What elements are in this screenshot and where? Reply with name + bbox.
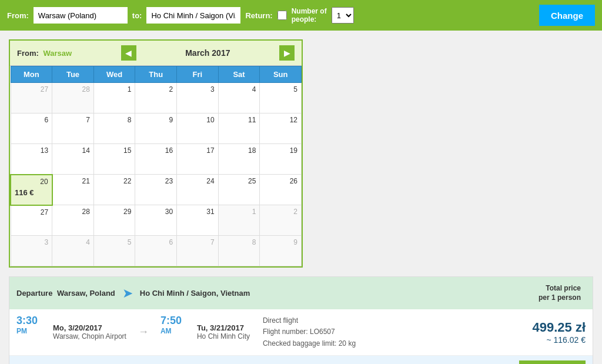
next-month-button[interactable]: ▶ [279, 45, 295, 61]
calendar-day-number: 26 [263, 177, 297, 185]
prev-month-button[interactable]: ◀ [121, 45, 136, 61]
calendar-day-number: 29 [98, 208, 132, 216]
calendar-cell[interactable]: 27 [11, 83, 52, 113]
baggage-label: Checked baggage limit: 20 kg [263, 338, 508, 349]
calendar-day-number: 15 [98, 146, 132, 155]
calendar-day-number: 7 [180, 238, 215, 246]
calendar-cell[interactable]: 4 [52, 236, 94, 266]
calendar-cell[interactable]: 3 [11, 236, 52, 266]
calendar-cell[interactable]: 21 [52, 175, 94, 205]
calendar-cell[interactable]: 25 [218, 175, 260, 205]
calendar-cell[interactable]: 6 [11, 113, 52, 144]
calendar-cell[interactable]: 8 [218, 236, 260, 266]
calendar-day-number: 9 [139, 116, 173, 124]
calendar-cell[interactable]: 16 [135, 144, 177, 175]
calendar-day-number: 5 [263, 85, 297, 93]
calendar-cell[interactable]: 15 [93, 144, 135, 175]
calendar-cell[interactable]: 5 [93, 236, 135, 266]
calendar-day-header: Sat [218, 66, 260, 83]
calendar-day-number: 23 [139, 177, 173, 185]
calendar-day-number: 28 [56, 208, 90, 216]
calendar-table: MonTueWedThuFriSatSun 272812345678910111… [10, 66, 302, 266]
total-price-label: Total price per 1 person [534, 282, 586, 305]
flight-info-block: Direct flight Flight number: LO6507 Chec… [263, 315, 508, 349]
calendar-day-number: 27 [15, 85, 49, 93]
calendar-cell[interactable]: 20116 € [11, 175, 52, 205]
calendar-day-number: 20 [15, 178, 48, 186]
price-block: 499.25 zł ~ 116.02 € [515, 315, 586, 349]
calendar-from-label: From: Warsaw [17, 49, 72, 58]
calendar-day-number: 17 [180, 146, 215, 155]
calendar-day-number: 4 [222, 85, 256, 93]
calendar-cell[interactable]: 3 [177, 83, 219, 113]
calendar-cell[interactable]: 10 [177, 113, 219, 144]
calendar-day-number: 28 [56, 85, 90, 93]
calendar-cell[interactable]: 13 [11, 144, 52, 175]
calendar-cell[interactable]: 29 [93, 205, 135, 236]
people-label: Number of people: [292, 7, 327, 24]
month-label: March 2017 [185, 48, 230, 58]
calendar-day-number: 24 [180, 177, 215, 185]
calendar-cell[interactable]: 11 [218, 113, 260, 144]
arrival-time-block: 7:50 AM [160, 315, 190, 349]
calendar-cell[interactable]: 2 [135, 83, 177, 113]
calendar-cell[interactable]: 6 [135, 236, 177, 266]
calendar-cell[interactable]: 9 [260, 236, 302, 266]
calendar-cell[interactable]: 23 [135, 175, 177, 205]
flight-header: Departure Warsaw, Poland ➤ Ho Chi Minh /… [9, 277, 593, 309]
calendar-cell[interactable]: 14 [52, 144, 94, 175]
calendar-cell[interactable]: 24 [177, 175, 219, 205]
return-checkbox[interactable] [277, 11, 287, 20]
calendar-cell[interactable]: 22 [93, 175, 135, 205]
departure-time: 3:30 [16, 315, 38, 327]
calendar-day-number: 8 [98, 116, 132, 124]
calendar-day-number: 12 [263, 116, 297, 124]
calendar-day-number: 3 [180, 85, 215, 93]
calendar-cell[interactable]: 1 [93, 83, 135, 113]
calendar-cell[interactable]: 7 [52, 113, 94, 144]
from-input[interactable] [34, 7, 128, 24]
calendar-day-number: 6 [15, 116, 49, 124]
departure-airport: Warsaw, Chopin Airport [53, 332, 126, 340]
calendar-cell[interactable]: 30 [135, 205, 177, 236]
calendar-cell[interactable]: 7 [177, 236, 219, 266]
calendar-day-number: 9 [263, 238, 297, 246]
change-button[interactable]: Change [539, 5, 595, 26]
calendar-day-header: Wed [93, 66, 135, 83]
price-pln: 499.25 zł [532, 320, 586, 335]
calendar-day-number: 1 [222, 208, 256, 216]
calendar-cell[interactable]: 27 [11, 205, 52, 236]
calendar-cell[interactable]: 31 [177, 205, 219, 236]
calendar-cell[interactable]: 12 [260, 113, 302, 144]
calendar-cell[interactable]: 4 [218, 83, 260, 113]
destination-label: Ho Chi Minh / Saigon, Vietnam [140, 289, 250, 298]
warning-row: Warning! UWAGA: Możliwość dodania klasy … [9, 356, 593, 364]
calendar-day-header: Sun [260, 66, 302, 83]
to-label: to: [132, 11, 142, 20]
from-label: From: [7, 11, 29, 20]
calendar-cell[interactable]: 2 [260, 205, 302, 236]
flight-direction-arrow: ➤ [122, 286, 133, 301]
calendar-day-number: 2 [139, 85, 173, 93]
calendar-day-header: Thu [135, 66, 177, 83]
departure-date: Mo, 3/20/2017 [53, 323, 126, 332]
calendar-cell[interactable]: 5 [260, 83, 302, 113]
calendar-cell[interactable]: 1 [218, 205, 260, 236]
calendar-cell[interactable]: 28 [52, 205, 94, 236]
calendar-cell[interactable]: 8 [93, 113, 135, 144]
calendar-cell[interactable]: 26 [260, 175, 302, 205]
calendar-day-number: 25 [222, 177, 256, 185]
calendar-cell[interactable]: 19 [260, 144, 302, 175]
calendar-cell[interactable]: 28 [52, 83, 94, 113]
select-button[interactable]: Select → [519, 360, 586, 364]
calendar-cell[interactable]: 9 [135, 113, 177, 144]
top-bar: From: to: Return: Number of people: 1 2 … [0, 0, 602, 31]
calendar-day-number: 1 [98, 85, 132, 93]
arrival-time: 7:50 [160, 315, 182, 327]
to-input[interactable] [146, 7, 240, 24]
calendar-cell[interactable]: 17 [177, 144, 219, 175]
calendar-cell-price: 116 € [15, 188, 48, 197]
arrival-date: Tu, 3/21/2017 [197, 323, 256, 332]
people-select[interactable]: 1 2 3 4 [332, 7, 354, 24]
calendar-cell[interactable]: 18 [218, 144, 260, 175]
